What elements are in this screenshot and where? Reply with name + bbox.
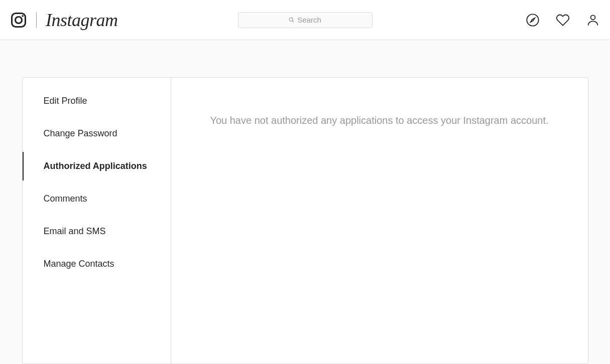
svg-point-1 [15,17,22,23]
search-placeholder: Search [297,16,321,24]
svg-marker-6 [531,18,535,22]
sidebar-item-email-and-sms[interactable]: Email and SMS [23,217,171,246]
sidebar-item-label: Change Password [44,128,117,138]
profile-icon[interactable] [586,13,600,27]
authorized-apps-empty-message: You have not authorized any applications… [210,115,548,363]
sidebar-item-label: Manage Contacts [44,259,114,269]
svg-point-7 [591,15,595,20]
sidebar-item-label: Comments [44,194,87,204]
sidebar-item-comments[interactable]: Comments [23,185,171,213]
settings-panel: Edit Profile Change Password Authorized … [22,77,588,364]
instagram-wordmark: Instagram [46,10,118,31]
explore-icon[interactable] [526,13,540,27]
settings-content: You have not authorized any applications… [171,78,588,363]
sidebar-item-label: Authorized Applications [44,161,147,171]
svg-line-4 [293,21,294,22]
sidebar-item-change-password[interactable]: Change Password [23,119,171,148]
svg-point-2 [22,15,24,17]
logo-divider [36,12,37,28]
sidebar-item-edit-profile[interactable]: Edit Profile [23,87,171,115]
sidebar-item-label: Edit Profile [44,96,87,106]
settings-sidebar: Edit Profile Change Password Authorized … [23,78,171,363]
nav-icons [526,13,600,27]
activity-heart-icon[interactable] [556,13,570,27]
top-nav-bar: Instagram Search [0,0,610,40]
svg-point-5 [527,14,538,26]
logo-group[interactable]: Instagram [10,10,118,31]
search-icon [289,17,294,23]
sidebar-item-authorized-applications[interactable]: Authorized Applications [23,152,171,180]
svg-point-3 [290,18,293,21]
sidebar-item-label: Email and SMS [44,226,106,236]
svg-rect-0 [12,13,26,27]
instagram-camera-icon [10,12,27,29]
search-input[interactable]: Search [238,12,373,28]
sidebar-item-manage-contacts[interactable]: Manage Contacts [23,250,171,278]
